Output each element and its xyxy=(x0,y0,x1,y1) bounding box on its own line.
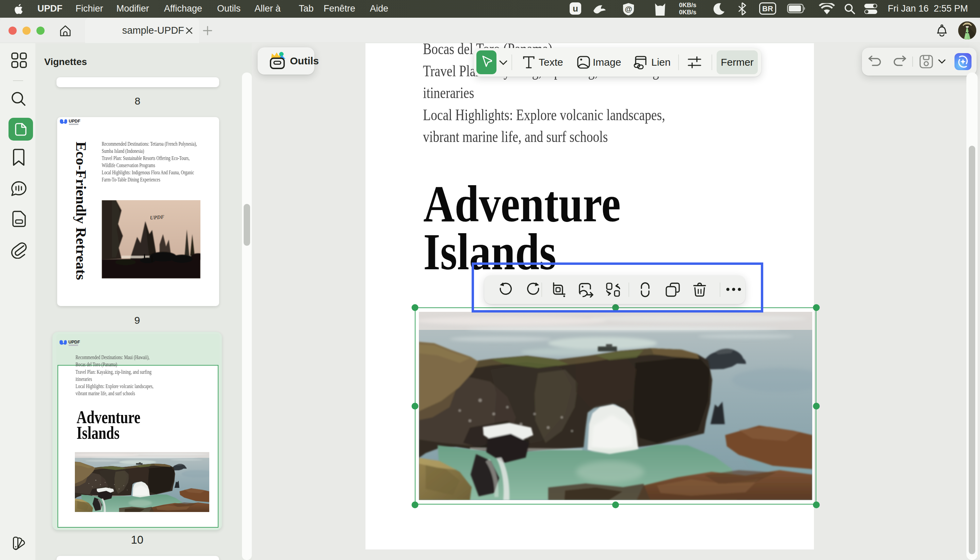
svg-text:UPDF: UPDF xyxy=(68,340,80,345)
svg-text:@: @ xyxy=(625,5,632,13)
svg-text:UPDF: UPDF xyxy=(69,119,80,123)
